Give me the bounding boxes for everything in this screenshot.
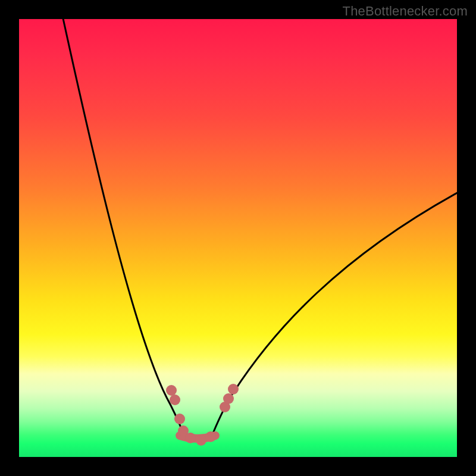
curve-left	[62, 19, 183, 433]
marker-dot	[196, 435, 206, 446]
bottleneck-curve	[19, 19, 457, 457]
attribution-label: TheBottlenecker.com	[343, 4, 468, 19]
marker-dot	[166, 385, 177, 396]
marker-dot	[228, 384, 239, 394]
marker-dot	[170, 394, 180, 405]
curve-right	[213, 192, 457, 433]
marker-dot	[205, 431, 216, 442]
marker-dot	[185, 433, 196, 443]
plot-area	[19, 19, 457, 457]
marker-dot	[174, 414, 185, 424]
chart-frame: TheBottlenecker.com	[0, 0, 476, 476]
marker-dot	[223, 393, 234, 404]
